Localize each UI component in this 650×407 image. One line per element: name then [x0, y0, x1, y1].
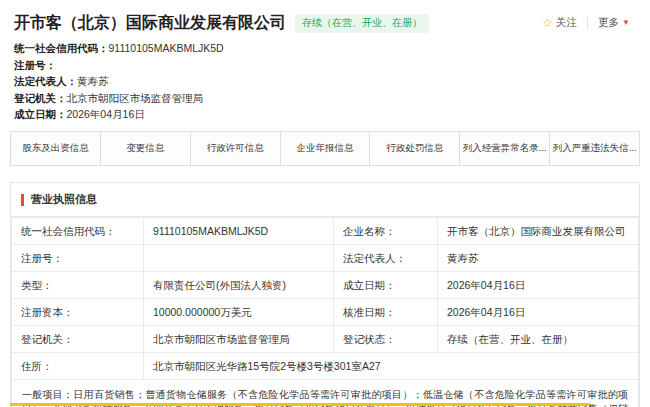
header-info-line: 登记机关：北京市朝阳区市场监督管理局 [14, 92, 636, 104]
table-row: 注册资本： 10000.000000万美元 核准日期： 2026年04月16日 [12, 299, 639, 326]
caret-down-icon: ▼ [622, 19, 630, 27]
tab-abnormal-operations[interactable]: 列入经营异常名录... [459, 131, 550, 166]
field-value: 2026年04月16日 [438, 272, 639, 299]
license-section: 营业执照信息 统一社会信用代码： 91110105MAKBMLJK5D 企业名称… [10, 182, 640, 407]
section-header: 营业执照信息 [11, 183, 639, 217]
header-info: 统一社会信用代码：91110105MAKBMLJK5D 注册号： 法定代表人：黄… [14, 42, 636, 120]
address-value: 北京市朝阳区光华路15号院2号楼3号楼301室A27 [144, 353, 639, 380]
header-info-line: 成立日期：2026年04月16日 [14, 108, 636, 120]
header-info-line: 注册号： [14, 59, 636, 71]
license-table: 统一社会信用代码： 91110105MAKBMLJK5D 企业名称： 开市客（北… [11, 217, 639, 407]
header-actions: ☆ 关注 更多 ▼ [536, 13, 636, 33]
company-header: 开市客（北京）国际商业发展有限公司 存续（在营、开业、在册） ☆ 关注 更多 ▼… [0, 0, 650, 120]
header-top-row: 开市客（北京）国际商业发展有限公司 存续（在营、开业、在册） ☆ 关注 更多 ▼ [14, 13, 636, 33]
header-info-line: 法定代表人：黄寿苏 [14, 75, 636, 87]
info-value: 北京市朝阳区市场监督管理局 [67, 92, 204, 104]
tab-bar: 股东及出资信息 变更信息 行政许可信息 企业年报信息 行政处罚信息 列入经营异常… [10, 131, 640, 166]
field-label: 成立日期： [334, 272, 438, 299]
section-accent-bar [21, 194, 24, 206]
field-value [144, 245, 334, 272]
field-label: 登记机关： [12, 326, 144, 353]
section-title: 营业执照信息 [31, 192, 97, 207]
info-label: 登记机关： [14, 92, 67, 104]
info-value: 黄寿苏 [77, 75, 109, 87]
page: 开市客（北京）国际商业发展有限公司 存续（在营、开业、在册） ☆ 关注 更多 ▼… [0, 0, 650, 407]
field-label: 法定代表人： [334, 245, 438, 272]
tab-shareholders[interactable]: 股东及出资信息 [10, 131, 101, 166]
field-label: 核准日期： [334, 299, 438, 326]
tab-serious-violations[interactable]: 列入严重违法失信... [549, 131, 640, 166]
field-value: 黄寿苏 [438, 245, 639, 272]
field-label: 登记状态： [334, 326, 438, 353]
table-row: 注册号： 法定代表人： 黄寿苏 [12, 245, 639, 272]
field-value: 开市客（北京）国际商业发展有限公司 [438, 218, 639, 245]
info-value: 91110105MAKBMLJK5D [109, 42, 224, 54]
info-label: 成立日期： [14, 108, 67, 120]
star-icon: ☆ [542, 17, 553, 29]
field-label: 住所： [12, 353, 144, 380]
follow-button[interactable]: ☆ 关注 [536, 13, 583, 33]
field-value: 10000.000000万美元 [144, 299, 334, 326]
tab-administrative-penalties[interactable]: 行政处罚信息 [369, 131, 460, 166]
field-value: 91110105MAKBMLJK5D [144, 218, 334, 245]
more-button-label: 更多 [598, 16, 619, 30]
tab-administrative-licenses[interactable]: 行政许可信息 [190, 131, 281, 166]
status-badge: 存续（在营、开业、在册） [295, 14, 429, 33]
bottom-highlight-line [10, 403, 590, 406]
info-label: 法定代表人： [14, 75, 77, 87]
field-label: 统一社会信用代码： [12, 218, 144, 245]
field-value: 北京市朝阳区市场监督管理局 [144, 326, 334, 353]
tab-changes[interactable]: 变更信息 [100, 131, 191, 166]
field-label: 注册资本： [12, 299, 144, 326]
table-row: 类型： 有限责任公司(外国法人独资) 成立日期： 2026年04月16日 [12, 272, 639, 299]
field-label: 企业名称： [334, 218, 438, 245]
field-label: 类型： [12, 272, 144, 299]
header-info-line: 统一社会信用代码：91110105MAKBMLJK5D [14, 42, 636, 54]
table-row: 统一社会信用代码： 91110105MAKBMLJK5D 企业名称： 开市客（北… [12, 218, 639, 245]
field-value: 有限责任公司(外国法人独资) [144, 272, 334, 299]
info-label: 注册号： [14, 59, 56, 71]
tab-annual-reports[interactable]: 企业年报信息 [280, 131, 371, 166]
info-label: 统一社会信用代码： [14, 42, 109, 54]
table-row: 登记机关： 北京市朝阳区市场监督管理局 登记状态： 存续（在营、开业、在册） [12, 326, 639, 353]
divider [587, 17, 588, 29]
info-value: 2026年04月16日 [67, 108, 145, 120]
more-button[interactable]: 更多 ▼ [592, 13, 636, 33]
field-value: 2026年04月16日 [438, 299, 639, 326]
follow-button-label: 关注 [556, 16, 577, 30]
company-name: 开市客（北京）国际商业发展有限公司 [14, 13, 286, 33]
field-value: 存续（在营、开业、在册） [438, 326, 639, 353]
field-label: 注册号： [12, 245, 144, 272]
table-row-address: 住所： 北京市朝阳区光华路15号院2号楼3号楼301室A27 [12, 353, 639, 380]
